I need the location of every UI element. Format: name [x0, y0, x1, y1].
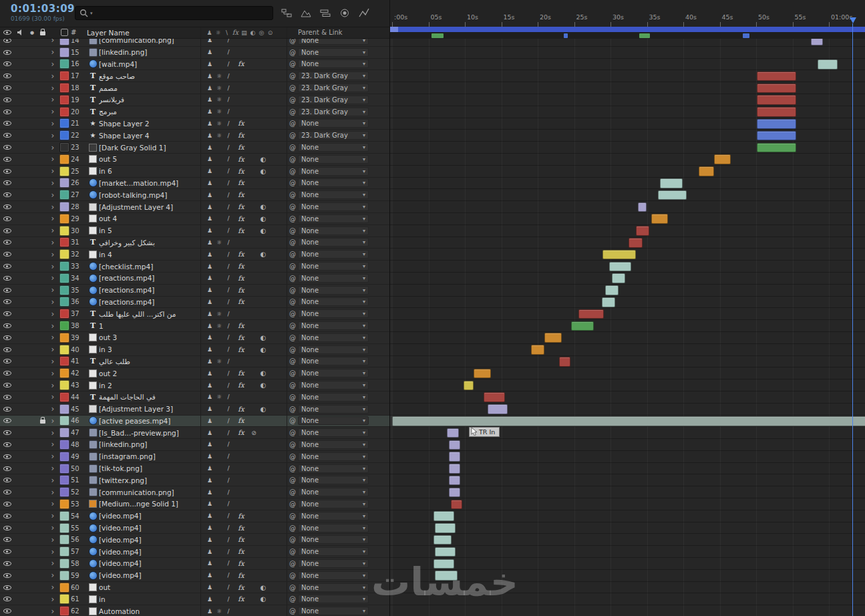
label-chip[interactable] — [59, 499, 69, 509]
parent-dropdown[interactable]: None ▾ — [298, 262, 369, 271]
shy-switch[interactable]: ♟ — [205, 120, 214, 127]
search-options-caret-icon[interactable]: ▾ — [90, 11, 93, 16]
visibility-toggle[interactable] — [0, 189, 15, 200]
fx-switch[interactable]: fx — [233, 227, 249, 235]
layer-row[interactable]: › 40 in 3 ♟ ☼ / fx ⊘ ◐ @ None ▾ — [0, 344, 389, 356]
solo-toggle[interactable] — [27, 130, 37, 141]
solo-toggle[interactable] — [27, 522, 37, 534]
collapse-switch[interactable]: ☼ — [214, 608, 224, 615]
layer-name[interactable]: مصمم — [99, 82, 200, 94]
shy-switch[interactable]: ♟ — [205, 453, 214, 460]
solo-toggle[interactable] — [27, 261, 37, 272]
layer-name[interactable]: [reactions.mp4] — [99, 297, 200, 308]
layer-row[interactable]: › 17 T صاحب موقع ♟ ☼ / fx ⊘ ◐ @ 23. Dark… — [0, 70, 389, 82]
layer-name[interactable]: [video.mp4] — [99, 510, 200, 522]
layer-duration-bar[interactable] — [818, 59, 838, 69]
layer-duration-bar[interactable] — [699, 166, 714, 176]
solo-toggle[interactable] — [27, 332, 37, 343]
label-chip[interactable] — [59, 237, 69, 247]
layer-duration-bar[interactable] — [435, 547, 456, 557]
visibility-toggle[interactable] — [0, 605, 15, 616]
expand-arrow[interactable]: › — [48, 498, 57, 510]
shy-switch[interactable]: ♟ — [205, 500, 214, 507]
quality-switch[interactable]: / — [224, 584, 233, 591]
expand-arrow[interactable]: › — [48, 367, 57, 379]
parent-dropdown[interactable]: None ▾ — [298, 524, 369, 532]
layer-name[interactable]: [linkedin.png] — [99, 47, 200, 58]
fx-switch[interactable]: fx — [233, 156, 249, 163]
quality-switch[interactable]: / — [224, 334, 233, 341]
layer-name[interactable]: [reactions.mp4] — [99, 285, 200, 296]
fx-switch[interactable]: fx — [233, 406, 249, 413]
shy-switch[interactable]: ♟ — [205, 346, 214, 353]
lock-toggle[interactable] — [37, 344, 48, 355]
fx-switch[interactable]: fx — [233, 524, 249, 532]
quality-switch[interactable]: / — [224, 61, 233, 67]
quality-switch[interactable]: / — [224, 204, 233, 210]
audio-toggle[interactable] — [15, 142, 27, 153]
solo-toggle[interactable] — [27, 285, 37, 296]
work-area-handle[interactable] — [390, 27, 398, 32]
layer-name[interactable]: [Adjustment Layer 3] — [99, 404, 200, 415]
visibility-toggle[interactable] — [0, 593, 15, 605]
audio-toggle[interactable] — [15, 392, 27, 403]
parent-pickwhip-icon[interactable]: @ — [287, 308, 298, 319]
expand-arrow[interactable]: › — [48, 47, 57, 58]
solo-toggle[interactable] — [27, 94, 37, 106]
layer-row[interactable]: › 27 [robot-talking.mp4] ♟ ☼ / fx ⊘ ◐ @ … — [0, 189, 389, 201]
audio-toggle[interactable] — [15, 558, 27, 569]
lock-toggle[interactable] — [37, 392, 48, 403]
label-chip[interactable] — [59, 178, 69, 188]
solo-toggle[interactable] — [27, 379, 37, 391]
audio-toggle[interactable] — [15, 486, 27, 498]
solo-toggle[interactable] — [27, 297, 37, 308]
layer-row[interactable]: › 30 in 5 ♟ ☼ / fx ⊘ ◐ @ None ▾ — [0, 225, 389, 237]
shy-switch[interactable]: ♟ — [205, 512, 214, 519]
fx-switch[interactable]: fx — [233, 263, 249, 270]
visibility-toggle[interactable] — [0, 356, 15, 367]
solo-toggle[interactable] — [27, 118, 37, 130]
label-chip[interactable] — [59, 333, 69, 343]
audio-toggle[interactable] — [15, 367, 27, 379]
layer-duration-bar[interactable] — [544, 333, 562, 343]
shy-switch[interactable]: ♟ — [205, 608, 214, 615]
parent-dropdown[interactable]: None ▾ — [298, 274, 369, 283]
layer-name[interactable]: [Is_Bad...-preview.png] — [99, 427, 200, 438]
parent-dropdown[interactable]: 23. Dark Gray ▾ — [298, 84, 369, 92]
shy-switch[interactable]: ♟ — [205, 180, 214, 186]
expand-arrow[interactable]: › — [48, 237, 57, 249]
solo-toggle[interactable] — [27, 225, 37, 237]
quality-switch[interactable]: / — [224, 358, 233, 365]
fx-switch[interactable]: fx — [233, 322, 249, 329]
shy-switch[interactable]: ♟ — [205, 394, 214, 400]
motion-blur-switch[interactable]: ◐ — [258, 203, 268, 210]
layer-duration-bar[interactable] — [531, 345, 544, 355]
visibility-toggle[interactable] — [0, 261, 15, 272]
motion-blur-switch[interactable]: ◐ — [258, 369, 268, 377]
layer-name[interactable]: [linkedin.png] — [99, 439, 200, 450]
audio-toggle[interactable] — [15, 522, 27, 534]
label-chip[interactable] — [59, 202, 69, 212]
quality-switch[interactable]: / — [224, 132, 233, 139]
layer-duration-bar[interactable] — [605, 285, 619, 295]
layer-duration-bar[interactable] — [651, 214, 668, 224]
graph-editor-icon[interactable] — [359, 8, 369, 18]
expand-arrow[interactable]: › — [48, 178, 57, 189]
lock-toggle[interactable] — [37, 142, 48, 153]
layer-duration-bar[interactable] — [488, 404, 508, 414]
layer-row[interactable]: › 24 out 5 ♟ ☼ / fx ⊘ ◐ @ None ▾ — [0, 154, 389, 166]
parent-dropdown[interactable]: None ▾ — [298, 500, 369, 508]
solo-toggle[interactable] — [27, 237, 37, 249]
shy-switch[interactable]: ♟ — [205, 85, 214, 92]
parent-dropdown[interactable]: None ▾ — [298, 369, 369, 377]
parent-pickwhip-icon[interactable]: @ — [287, 379, 298, 391]
label-chip[interactable] — [59, 428, 69, 438]
label-column-icon[interactable] — [61, 29, 68, 36]
visibility-toggle[interactable] — [0, 82, 15, 94]
quality-switch[interactable]: / — [224, 120, 233, 127]
lock-toggle[interactable] — [37, 297, 48, 308]
layer-duration-bar[interactable] — [435, 523, 456, 533]
parent-pickwhip-icon[interactable]: @ — [287, 70, 298, 82]
audio-toggle[interactable] — [15, 308, 27, 319]
visibility-toggle[interactable] — [0, 427, 15, 438]
